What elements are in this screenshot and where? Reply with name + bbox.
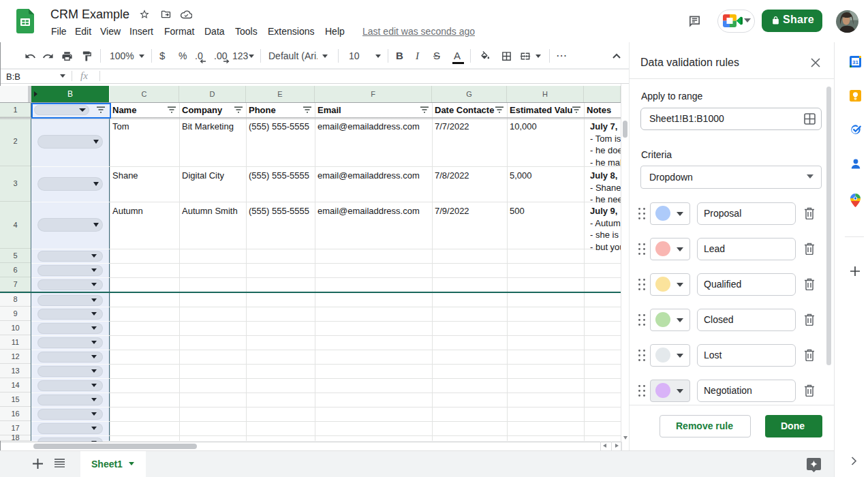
svg-text:31: 31 xyxy=(852,59,858,65)
